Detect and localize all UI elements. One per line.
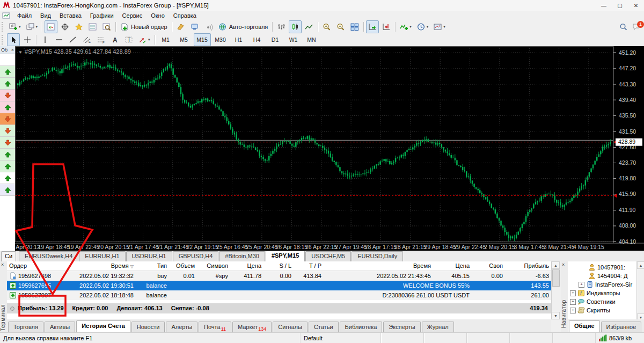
- terminal-tab-новости[interactable]: Новости: [131, 322, 165, 332]
- menu-вид[interactable]: Вид: [36, 11, 55, 20]
- price-chart[interactable]: 451.20447.20443.30439.40435.50431.50427.…: [15, 46, 644, 251]
- scroll-up-icon[interactable]: ▲: [552, 261, 560, 269]
- dropdown-caret-icon[interactable]: ▾: [36, 25, 38, 29]
- navigator-item-индикаторы[interactable]: +fИндикаторы: [568, 289, 644, 297]
- tile-windows-button[interactable]: [348, 20, 361, 33]
- market-watch-button[interactable]: [45, 20, 57, 33]
- close-button[interactable]: ✕: [628, 1, 644, 11]
- candles-chart-button[interactable]: [289, 20, 302, 33]
- history-row-1959627695[interactable]: 19596276952022.05.02 19:30:51balanceWELC…: [7, 281, 551, 290]
- overview-symbol-cell[interactable]: [0, 137, 15, 149]
- maximize-button[interactable]: ▢: [612, 1, 628, 11]
- overview-close-icon[interactable]: ×: [11, 47, 14, 53]
- templates-button[interactable]: ▾: [431, 20, 448, 33]
- signals-button[interactable]: [202, 20, 215, 33]
- overview-symbol-cell[interactable]: [0, 78, 15, 90]
- expand-icon[interactable]: +: [570, 299, 576, 305]
- notifications-icon[interactable]: 1: [632, 23, 641, 31]
- column-header-type[interactable]: Тип: [136, 261, 169, 271]
- terminal-tab-маркет[interactable]: Маркет134: [232, 322, 272, 332]
- dropdown-caret-icon[interactable]: ▾: [148, 38, 150, 42]
- text-tool[interactable]: A: [108, 33, 121, 46]
- timeframe-h1[interactable]: H1: [230, 33, 247, 46]
- navigator-item-1454904-д[interactable]: 1454904: Д: [568, 272, 644, 280]
- timeframe-m5[interactable]: M5: [175, 33, 193, 46]
- timeframe-m15[interactable]: M15: [194, 33, 211, 46]
- docked-panel-mini-tab[interactable]: Си: [1, 251, 16, 261]
- column-header-sl[interactable]: S / L: [264, 261, 294, 271]
- minimize-button[interactable]: —: [596, 1, 612, 11]
- overview-symbol-cell[interactable]: [0, 149, 15, 160]
- terminal-button[interactable]: [86, 20, 99, 33]
- history-row-1959627698[interactable]: 19596276982022.05.02 19:32:32buy0.01#spy…: [7, 271, 551, 281]
- label-tool[interactable]: T: [122, 33, 135, 46]
- overview-symbol-cell[interactable]: [0, 66, 15, 78]
- timeframe-mn[interactable]: MN: [303, 33, 320, 46]
- autotrading-button[interactable]: Авто-торговля: [216, 20, 270, 33]
- overview-symbol-cell[interactable]: [0, 113, 15, 125]
- menu-справка[interactable]: Справка: [169, 11, 201, 20]
- expand-icon[interactable]: +: [570, 308, 576, 313]
- terminal-tab-история-счета[interactable]: История Счета: [76, 320, 130, 332]
- navigator-item-10457901-[interactable]: 10457901:: [568, 263, 644, 272]
- vertical-line-tool[interactable]: [39, 33, 52, 46]
- dropdown-caret-icon[interactable]: ▾: [409, 25, 412, 29]
- shapes-tool[interactable]: ▾: [136, 33, 152, 46]
- terminal-tab-алерты[interactable]: Алерты: [166, 322, 197, 332]
- indicators-button[interactable]: ▾: [398, 20, 414, 33]
- overview-symbol-cell[interactable]: [0, 172, 15, 184]
- terminal-tab-активы[interactable]: Активы: [45, 322, 75, 332]
- navigator-item-instaforex-sir[interactable]: +InstaForex-Sir: [568, 280, 644, 289]
- chart-shift-button[interactable]: [380, 20, 393, 33]
- terminal-tab-сигналы[interactable]: Сигналы: [273, 322, 308, 332]
- scroll-up-icon[interactable]: ▲: [637, 261, 644, 269]
- timeframe-m30[interactable]: M30: [212, 33, 229, 46]
- column-header-symbol[interactable]: Символ: [197, 261, 230, 271]
- timeframe-m1[interactable]: M1: [157, 33, 174, 46]
- navigator-scrollbar[interactable]: ▲ ▼: [636, 261, 644, 321]
- terminal-tab-журнал[interactable]: Журнал: [422, 322, 454, 332]
- expand-icon[interactable]: +: [570, 290, 576, 296]
- navigator-tab-избранное[interactable]: Избранное: [601, 322, 642, 332]
- menu-вставка[interactable]: Вставка: [55, 11, 86, 20]
- column-header-time[interactable]: Время ▽: [67, 261, 136, 271]
- menu-файл[interactable]: Файл: [13, 11, 36, 20]
- timeframe-h4[interactable]: H4: [248, 33, 266, 46]
- new-chart-button[interactable]: ▾: [7, 20, 23, 33]
- chart-tab-eurusdweek-h4[interactable]: EURUSDweek,H4: [19, 251, 78, 261]
- strategy-tester-button[interactable]: [100, 20, 113, 33]
- data-window-button[interactable]: [58, 20, 71, 33]
- fibonacci-tool[interactable]: F: [94, 33, 107, 46]
- chart-tab--bitcoin-m30[interactable]: #Bitcoin,M30: [219, 251, 265, 261]
- scroll-down-icon[interactable]: ▼: [552, 312, 560, 319]
- chart-tab-eurusd-daily[interactable]: EURUSD,Daily: [352, 251, 403, 261]
- trendline-tool[interactable]: [67, 33, 79, 46]
- column-header-volume[interactable]: Объем: [169, 261, 197, 271]
- chart-tab-usdrur-h1[interactable]: USDRUR,H1: [126, 251, 172, 261]
- expand-icon[interactable]: +: [579, 282, 584, 288]
- column-header-price[interactable]: Цена: [230, 261, 264, 271]
- navigator-tab-общие[interactable]: Общие: [569, 320, 600, 332]
- horizontal-line-tool[interactable]: [53, 33, 65, 46]
- chart-tab--spy-m15[interactable]: #SPY,M15: [266, 251, 305, 261]
- terminal-close-icon[interactable]: ×: [1, 262, 4, 267]
- timeframe-w1[interactable]: W1: [285, 33, 302, 46]
- navigator-button[interactable]: [72, 20, 85, 33]
- overview-symbol-cell[interactable]: [0, 160, 15, 172]
- chart-tab-eurrur-h1[interactable]: EURRUR,H1: [79, 251, 125, 261]
- status-profile[interactable]: Default: [301, 333, 381, 343]
- menu-сервис[interactable]: Сервис: [118, 11, 147, 20]
- terminal-tab-библиотека[interactable]: Библиотека: [340, 322, 383, 332]
- column-header-time2[interactable]: Время: [324, 261, 433, 271]
- dropdown-caret-icon[interactable]: ▾: [427, 25, 429, 29]
- navigator-close-icon[interactable]: ×: [562, 262, 565, 267]
- menu-графики[interactable]: Графики: [86, 11, 118, 20]
- dropdown-caret-icon[interactable]: ▾: [19, 25, 21, 29]
- scrollbar-thumb[interactable]: [552, 269, 560, 287]
- overview-symbol-cell[interactable]: [0, 54, 15, 66]
- chart-window-icon[interactable]: [2, 12, 11, 19]
- terminal-tab-торговля[interactable]: Торговля: [8, 322, 43, 332]
- column-header-order[interactable]: Ордер: [7, 261, 67, 271]
- navigator-item-скрипты[interactable]: +Скрипты: [568, 306, 644, 315]
- terminal-tab-статьи[interactable]: Статьи: [309, 322, 339, 332]
